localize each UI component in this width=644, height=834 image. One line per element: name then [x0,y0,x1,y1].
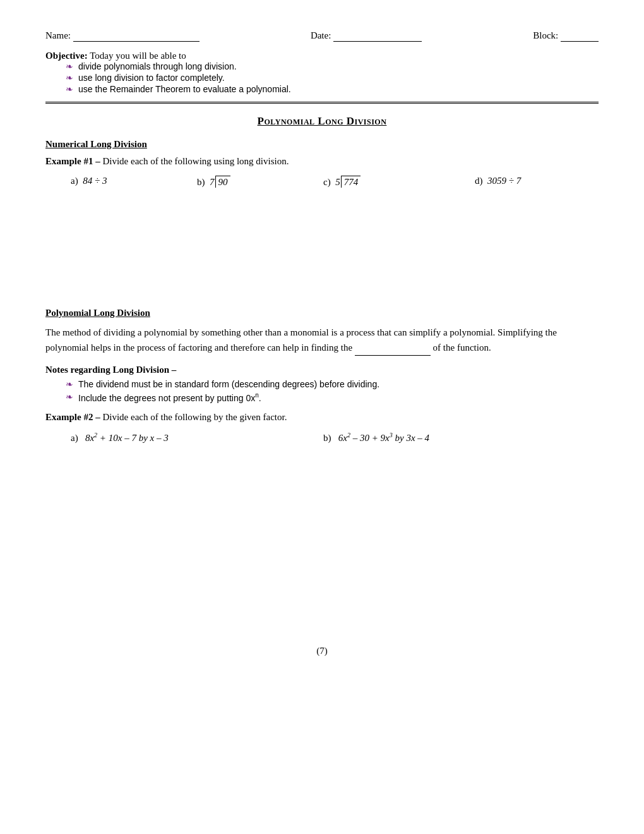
poly-section-heading: Polynomial Long Division [45,308,599,318]
numerical-section-heading: Numerical Long Division [45,139,599,150]
objective-section: Objective: Today you will be able to div… [45,51,599,94]
date-label: Date: [311,30,331,40]
problem-d-label: d) [475,176,487,186]
objective-text: Today you will be able to [90,51,186,61]
bullet-2: use long division to factor completely. [66,73,599,83]
problem-c-divisor: 5 [335,177,340,188]
objective-list: divide polynomials through long division… [66,61,599,94]
page-footer: (7) [45,646,599,656]
poly-section: Polynomial Long Division The method of d… [45,308,599,444]
problem-c-label: c) [323,177,335,188]
page-number: (7) [316,646,328,656]
header-row: Name: Date: Block: [45,30,599,42]
blank-line [355,340,431,356]
bullet-1: divide polynomials through long division… [66,61,599,71]
problem2-b-label: b) [323,433,336,443]
problem-b-label: b) [197,177,210,188]
example2-label: Example #2 – Divide each of the followin… [45,412,599,423]
example2-problems-row: a) 8x2 + 10x – 7 by x – 3 b) 6x2 – 30 + … [71,432,599,444]
poly-paragraph: The method of dividing a polynomial by s… [45,325,599,356]
problems-row-1: a) 84 ÷ 3 b) 7 90 c) 5 774 d) 3059 ÷ 7 [71,176,599,188]
double-rule [45,102,599,104]
bullet-3: use the Remainder Theorem to evaluate a … [66,84,599,94]
example2-text: Divide each of the following by the give… [102,412,287,422]
block-field: Block: [533,30,599,42]
problem2-a: a) 8x2 + 10x – 7 by x – 3 [71,432,323,444]
problem2-a-expr: 8x2 + 10x – 7 by x – 3 [85,433,169,443]
name-label: Name: [45,30,71,40]
name-field: Name: [45,30,200,42]
problem-b-divisor: 7 [210,177,215,188]
objective-bold: Objective: [45,51,88,61]
problem-b: b) 7 90 [197,176,323,188]
problem-a: a) 84 ÷ 3 [71,176,197,186]
problem-c: c) 5 774 [323,176,475,188]
example1-label: Example #1 – Divide each of the followin… [45,156,599,167]
example1-text: Divide each of the following using long … [102,156,289,166]
problem-d-expr: 3059 ÷ 7 [487,176,521,186]
problem-b-dividend: 90 [215,176,230,188]
note-2: Include the degrees not present by putti… [66,392,599,403]
notes-list: The dividend must be in standard form (d… [66,379,599,403]
note-1: The dividend must be in standard form (d… [66,379,599,389]
example1-bold: Example #1 – [45,156,100,166]
problem-a-expr: 84 ÷ 3 [83,176,107,186]
block-label: Block: [533,30,558,40]
problem2-a-label: a) [71,433,83,443]
notes-heading: Notes regarding Long Division – [45,365,599,375]
problem-d: d) 3059 ÷ 7 [475,176,601,186]
work-space-1 [45,194,599,295]
example2-bold: Example #2 – [45,412,100,422]
problem-a-label: a) [71,176,83,186]
problem2-b: b) 6x2 – 30 + 9x3 by 3x – 4 [323,432,576,444]
page-title: Polynomial Long Division [45,115,599,128]
date-field: Date: [311,30,422,42]
problem2-b-expr: 6x2 – 30 + 9x3 by 3x – 4 [338,433,429,443]
problem-c-dividend: 774 [341,176,361,188]
